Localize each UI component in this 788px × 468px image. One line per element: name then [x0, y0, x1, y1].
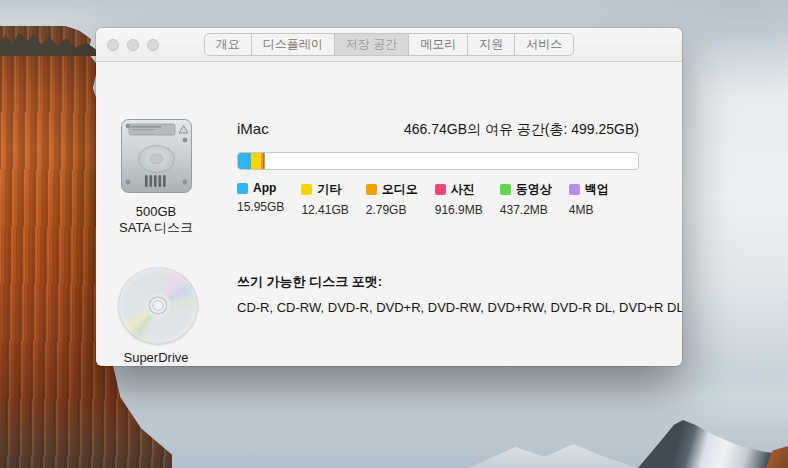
disk-size-label: 500GB: [96, 204, 216, 220]
tab-1[interactable]: 디스플레이: [252, 34, 335, 55]
desktop-wallpaper: 개요디스플레이저장 공간메모리지원서비스: [0, 0, 788, 468]
about-this-mac-window: 개요디스플레이저장 공간메모리지원서비스: [96, 28, 682, 366]
traffic-lights: [107, 28, 159, 62]
legend-swatch: [569, 184, 580, 195]
legend-swatch: [366, 184, 377, 195]
legend-value: 2.79GB: [366, 203, 418, 217]
legend-label: App: [253, 181, 276, 195]
free-space-text: 466.74GB의 여유 공간(총: 499.25GB): [404, 121, 639, 139]
storage-panel: 500GB SATA 디스크 SuperDrive iMac 466.74GB의…: [96, 62, 682, 365]
legend-value: 4MB: [569, 203, 609, 217]
legend-label: 백업: [585, 181, 609, 198]
hard-drive-icon: [120, 118, 193, 194]
legend-item-백업: 백업4MB: [569, 181, 609, 217]
usage-bar: [237, 152, 639, 170]
window-titlebar[interactable]: 개요디스플레이저장 공간메모리지원서비스: [96, 28, 682, 62]
legend-swatch: [435, 184, 446, 195]
disk-summary-row: iMac 466.74GB의 여유 공간(총: 499.25GB): [237, 120, 639, 139]
legend-swatch: [500, 184, 511, 195]
formats-heading: 쓰기 가능한 디스크 포맷:: [237, 273, 382, 291]
disk-type-label: SATA 디스크: [96, 220, 216, 236]
legend-item-App: App15.95GB: [237, 181, 284, 217]
legend-value: 916.9MB: [435, 203, 483, 217]
legend-label: 오디오: [382, 181, 418, 198]
legend-item-오디오: 오디오2.79GB: [366, 181, 418, 217]
disk-label: 500GB SATA 디스크: [96, 204, 216, 236]
legend-value: 437.2MB: [500, 203, 552, 217]
close-button[interactable]: [107, 39, 119, 51]
usage-bar-segment-App: [238, 153, 251, 169]
legend-swatch: [301, 184, 312, 195]
devices-column: 500GB SATA 디스크 SuperDrive: [96, 62, 216, 365]
storage-legend: App15.95GB기타12.41GB오디오2.79GB사진916.9MB동영상…: [237, 181, 626, 217]
legend-item-사진: 사진916.9MB: [435, 181, 483, 217]
disk-details-column: iMac 466.74GB의 여유 공간(총: 499.25GB) App15.…: [237, 62, 639, 365]
tab-0[interactable]: 개요: [205, 34, 252, 55]
legend-label: 기타: [317, 181, 341, 198]
legend-value: 12.41GB: [301, 203, 348, 217]
formats-list: CD-R, CD-RW, DVD-R, DVD+R, DVD-RW, DVD+R…: [237, 300, 682, 315]
legend-value: 15.95GB: [237, 200, 284, 214]
tab-5[interactable]: 서비스: [515, 34, 573, 55]
tab-3[interactable]: 메모리: [409, 34, 468, 55]
tab-2[interactable]: 저장 공간: [335, 34, 409, 55]
legend-item-기타: 기타12.41GB: [301, 181, 348, 217]
tab-4[interactable]: 지원: [468, 34, 515, 55]
legend-label: 사진: [451, 181, 475, 198]
legend-label: 동영상: [516, 181, 552, 198]
tab-bar: 개요디스플레이저장 공간메모리지원서비스: [204, 33, 574, 56]
superdrive-label: SuperDrive: [96, 350, 216, 365]
usage-bar-segment-기타: [251, 153, 261, 169]
legend-swatch: [237, 183, 248, 194]
legend-item-동영상: 동영상437.2MB: [500, 181, 552, 217]
zoom-button[interactable]: [147, 39, 159, 51]
minimize-button[interactable]: [127, 39, 139, 51]
optical-disc-icon: [118, 267, 198, 344]
disk-name: iMac: [237, 120, 269, 137]
